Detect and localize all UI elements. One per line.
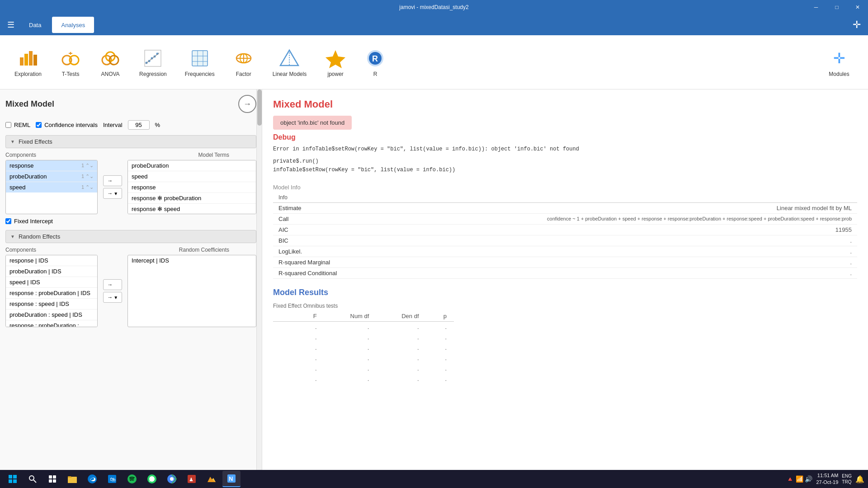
menu-bar: ☰ Data Analyses ✛ xyxy=(0,14,868,35)
svg-rect-2 xyxy=(29,51,33,66)
modules-plus-icon[interactable]: ✛ xyxy=(849,15,864,34)
random-effects-header[interactable]: ▼ Random Effects xyxy=(5,230,256,243)
linearmodels-icon xyxy=(278,47,300,69)
arrow-column: → →▼ xyxy=(101,160,124,214)
rcomp-speed-ids[interactable]: speed | IDS xyxy=(6,277,97,288)
component-speed[interactable]: speed 1 ⌃⌄ xyxy=(6,182,97,192)
debug-title: Debug xyxy=(273,133,857,141)
omnibus-empty-header xyxy=(273,311,296,322)
svg-rect-0 xyxy=(20,57,24,66)
start-button[interactable] xyxy=(4,471,22,487)
info-rsqc-label: R-squared Conditional xyxy=(273,267,378,278)
percent-sign: % xyxy=(155,122,160,128)
toolbar-linearmodels[interactable]: Linear Models xyxy=(265,42,314,83)
term-response[interactable]: response xyxy=(128,182,256,193)
rcomp-response-ids[interactable]: response | IDS xyxy=(6,255,97,266)
taskbar-file-explorer[interactable] xyxy=(63,471,81,487)
maximize-button[interactable]: □ xyxy=(826,0,847,14)
tray-icons: 🔺 📶 🔊 xyxy=(786,475,813,483)
omnibus-f-header: F xyxy=(296,311,324,322)
add-random-interaction-button[interactable]: →▼ xyxy=(103,292,122,303)
rcomp-response-speed-ids[interactable]: response : speed | IDS xyxy=(6,299,97,310)
reml-checkbox[interactable] xyxy=(5,122,11,128)
model-info-call: Call confidence ~ 1 + probeDuration + sp… xyxy=(273,213,857,224)
info-call-value: confidence ~ 1 + probeDuration + speed +… xyxy=(378,213,857,224)
random-coefficients-label: Random Coefficients xyxy=(179,247,229,253)
ci-checkbox[interactable] xyxy=(36,122,42,128)
svg-rect-3 xyxy=(33,55,37,66)
taskbar-store[interactable]: 🛍 xyxy=(103,471,121,487)
search-button[interactable] xyxy=(24,471,42,487)
rcomp-probeduration-speed-ids[interactable]: probeDuration : speed | IDS xyxy=(6,310,97,320)
info-estimate-label: Estimate xyxy=(273,202,378,213)
model-results-section: Model Results Fixed Effect Omnibus tests… xyxy=(273,288,857,384)
model-terms-list: probeDuration speed response response ✻ … xyxy=(127,160,256,214)
toolbar-factor[interactable]: Factor xyxy=(226,42,262,83)
ci-checkbox-label[interactable]: Confidence intervals xyxy=(36,122,98,128)
taskbar-spotify[interactable] xyxy=(123,471,141,487)
toolbar-anova[interactable]: ANOVA xyxy=(92,42,128,83)
term-probeduration[interactable]: probeDuration xyxy=(128,160,256,171)
toolbar-ttests[interactable]: T-Tests xyxy=(52,42,89,83)
term-response-speed[interactable]: response ✻ speed xyxy=(128,204,256,214)
modules-icon: ✛ xyxy=(828,47,850,69)
svg-point-45 xyxy=(88,474,97,483)
add-interaction-button[interactable]: →▼ xyxy=(103,188,122,199)
taskbar-app1[interactable]: ♟ xyxy=(183,471,201,487)
svg-line-17 xyxy=(146,53,159,64)
tab-analyses[interactable]: Analyses xyxy=(52,17,94,33)
info-rsqm-label: R-squared Marginal xyxy=(273,257,378,267)
fixed-effects-header[interactable]: ▼ Fixed Effects xyxy=(5,135,256,148)
toolbar-frequencies[interactable]: Frequencies xyxy=(178,42,222,83)
taskbar-whatsapp[interactable] xyxy=(143,471,161,487)
rcomp-response-probeduration-ids[interactable]: response : probeDuration | IDS xyxy=(6,288,97,299)
reml-checkbox-label[interactable]: REML xyxy=(5,122,30,128)
svg-rect-41 xyxy=(49,479,52,483)
info-loglikel-label: LogLikel. xyxy=(273,246,378,257)
interval-label: Interval xyxy=(103,122,123,128)
rcomp-probeduration-ids[interactable]: probeDuration | IDS xyxy=(6,266,97,277)
component-probeduration[interactable]: probeDuration 1 ⌃⌄ xyxy=(6,171,97,182)
add-random-button[interactable]: → xyxy=(103,279,122,290)
model-info-loglikel: LogLikel. . xyxy=(273,246,857,257)
close-button[interactable]: ✕ xyxy=(847,0,868,14)
info-estimate-value: Linear mixed model fit by ML xyxy=(378,202,857,213)
taskbar-chrome[interactable] xyxy=(163,471,181,487)
taskbar-right: 🔺 📶 🔊 11:51 AM 27-Oct-19 ENG TRQ 🔔 xyxy=(786,472,864,486)
minimize-button[interactable]: ─ xyxy=(806,0,826,14)
info-aic-label: AIC xyxy=(273,224,378,235)
r-icon: R xyxy=(364,47,386,69)
term-speed[interactable]: speed xyxy=(128,171,256,182)
hamburger-menu[interactable]: ☰ xyxy=(4,16,18,33)
toolbar-regression[interactable]: Regression xyxy=(132,42,174,83)
taskbar-matlab[interactable] xyxy=(203,471,221,487)
taskbar-edge[interactable] xyxy=(83,471,101,487)
task-view-button[interactable] xyxy=(43,471,61,487)
left-scrollbar[interactable] xyxy=(256,89,262,470)
anova-icon xyxy=(99,47,121,69)
rcoef-intercept-ids[interactable]: Intercept | IDS xyxy=(128,255,256,266)
go-button[interactable]: → xyxy=(238,95,256,113)
taskbar-jamovi[interactable]: N xyxy=(222,471,241,487)
svg-rect-36 xyxy=(13,479,17,483)
svg-marker-29 xyxy=(326,50,345,68)
notification-icon[interactable]: 🔔 xyxy=(855,475,864,483)
component-response[interactable]: response 1 ⌃⌄ xyxy=(6,160,97,171)
window-title: jamovi - mixedDatasi_study2 xyxy=(399,4,468,10)
toolbar-r[interactable]: R R xyxy=(357,42,393,83)
toolbar-exploration[interactable]: Exploration xyxy=(7,42,49,83)
toolbar-modules[interactable]: ✛ Modules xyxy=(821,42,857,83)
add-term-button[interactable]: → xyxy=(103,175,122,186)
term-response-probeduration[interactable]: response ✻ probeDuration xyxy=(128,193,256,204)
fixed-intercept-checkbox[interactable] xyxy=(5,218,11,224)
info-bic-label: BIC xyxy=(273,235,378,246)
omnibus-title: Fixed Effect Omnibus tests xyxy=(273,303,857,309)
toolbar-jpower[interactable]: jpower xyxy=(317,42,354,83)
reml-label: REML xyxy=(14,122,30,128)
tab-data[interactable]: Data xyxy=(20,17,50,33)
col-info-header: Info xyxy=(273,192,378,203)
rcomp-triple-ids[interactable]: response : probeDuration : speed | IDS xyxy=(6,320,97,327)
svg-text:R: R xyxy=(372,54,378,63)
interval-input[interactable] xyxy=(128,120,150,130)
ci-label: Confidence intervals xyxy=(44,122,98,128)
